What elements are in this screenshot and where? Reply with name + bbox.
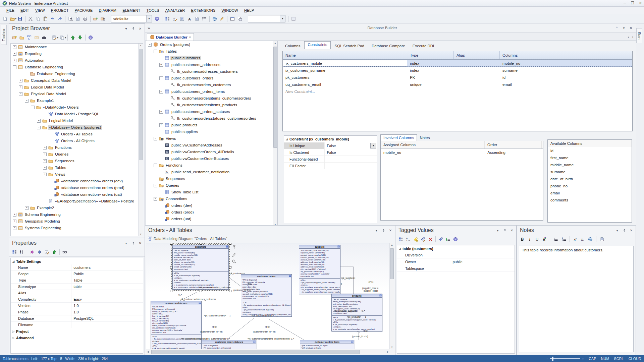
constraint-cell[interactable]: unique — [407, 81, 454, 88]
er-table-customers[interactable]: customers*PK id: bigserialfirst_name: va… — [172, 245, 229, 290]
tree-item[interactable]: Orders - All Objects — [11, 137, 143, 144]
expander-icon[interactable]: + — [43, 153, 47, 156]
available-column-item[interactable]: comments — [548, 196, 632, 203]
zoom-out-icon[interactable]: − — [546, 357, 548, 361]
tree-item[interactable]: Show Table List — [146, 189, 277, 195]
expander-icon[interactable]: + — [43, 173, 47, 176]
menu-package[interactable]: PACKAGE — [72, 7, 96, 13]
available-column-item[interactable]: date_of_birth — [548, 175, 632, 182]
expander-icon[interactable]: + — [13, 45, 16, 49]
tree-item[interactable]: −Tables — [146, 48, 277, 55]
select-tool-button[interactable] — [231, 245, 237, 250]
detail-row[interactable]: Functional-based — [284, 156, 377, 163]
menu-edit[interactable]: EDIT — [17, 7, 32, 13]
tree-item[interactable]: +Systems Engineering — [11, 225, 143, 231]
superscript-button[interactable]: x² — [572, 236, 579, 243]
arrow-down-button[interactable] — [76, 34, 84, 41]
expander-icon[interactable]: − — [159, 63, 163, 67]
expand-triangle-icon[interactable]: ▷ — [11, 336, 16, 340]
expander-icon[interactable]: − — [159, 76, 163, 80]
tree-item[interactable]: orders (uat) — [146, 216, 277, 222]
expander-icon[interactable]: + — [37, 119, 41, 123]
constraint-cell[interactable]: ix_customers_mobile — [283, 60, 407, 66]
tree-item[interactable]: +Schema Engineering — [11, 211, 143, 218]
available-column-item[interactable]: surname — [548, 168, 632, 175]
resize-handle[interactable] — [229, 290, 231, 292]
tree-item[interactable]: orders (dev) — [146, 202, 277, 209]
menu-analyzer[interactable]: ANALYZER — [162, 7, 188, 13]
constraint-cell[interactable]: PK — [407, 74, 454, 81]
expander-icon[interactable]: + — [13, 220, 16, 223]
minimize-button[interactable]: ─ — [624, 1, 626, 5]
diamond-pink-button[interactable] — [29, 248, 36, 256]
tree-item[interactable]: «database connection» orders (uat) — [11, 191, 143, 198]
scroll-up-icon[interactable]: ▲ — [391, 243, 393, 247]
tree-item[interactable]: fk_customersordersstatuses_customersorde… — [146, 115, 277, 122]
close-icon[interactable]: ✕ — [138, 26, 143, 31]
expander-icon[interactable]: + — [159, 123, 163, 127]
pin-icon[interactable] — [502, 228, 507, 233]
quicklink-tool-button[interactable] — [231, 252, 237, 257]
scroll-down-icon[interactable]: ▼ — [391, 345, 393, 349]
expander-icon[interactable]: + — [13, 52, 16, 56]
chevron-down-icon[interactable]: ▾ — [65, 36, 66, 39]
expander-icon[interactable]: − — [159, 110, 163, 114]
property-row[interactable]: DatabasePostgreSQL — [11, 315, 143, 322]
scrollbar-thumb[interactable] — [139, 49, 143, 160]
expand-triangle-icon[interactable]: ▷ — [11, 330, 16, 333]
expander-icon[interactable]: − — [154, 164, 157, 167]
constraint-cell[interactable]: index — [407, 60, 454, 67]
diamond-blue-button[interactable] — [36, 248, 43, 256]
resize-handle[interactable] — [170, 266, 172, 268]
expander-icon[interactable]: − — [159, 90, 163, 94]
note-edit-button[interactable] — [171, 15, 178, 22]
tree-item[interactable]: −Database Engineering — [11, 64, 143, 70]
dock-collapse-button[interactable]: » — [148, 25, 150, 31]
tree-item[interactable]: fk_customersaddresses_customers — [146, 68, 277, 75]
diagram-new-button[interactable] — [25, 34, 33, 41]
chevron-down-icon[interactable]: ▼ — [146, 15, 152, 22]
property-row[interactable]: Filename — [11, 322, 143, 328]
tree-item[interactable]: public.vwCustomerAddresses — [146, 142, 277, 148]
tree-item[interactable]: orders (prod) — [146, 209, 277, 216]
tree-item[interactable]: −Views — [146, 135, 277, 142]
tree-item[interactable]: −«DataModel» Orders — [11, 104, 143, 111]
glasses-button[interactable] — [61, 248, 68, 256]
expander-icon[interactable]: − — [37, 126, 41, 129]
tree-item[interactable]: +Reporting — [11, 50, 143, 57]
tree-item[interactable]: −Physical Data Model — [11, 90, 143, 97]
detail-row[interactable]: Is UniqueFalse▼ — [284, 142, 377, 149]
tree-item[interactable]: fk_customersordersitems_customersorders — [146, 95, 277, 102]
collapse-triangle-icon[interactable]: ◢ — [397, 247, 402, 250]
constraint-cell[interactable] — [454, 81, 500, 88]
constraint-cell[interactable] — [454, 74, 500, 81]
pin-icon[interactable] — [381, 228, 386, 233]
bold-button[interactable]: B — [519, 236, 526, 243]
status-toggle-num[interactable]: NUM — [601, 357, 609, 361]
property-row[interactable]: ScopePublic — [11, 271, 143, 277]
constraint-cell[interactable]: uq_customers_email — [283, 81, 407, 88]
column-header-assigned-columns[interactable]: Assigned Columns — [381, 141, 485, 148]
search-doc-button[interactable] — [67, 15, 74, 22]
maximize-button[interactable]: ❒ — [631, 1, 634, 5]
tree-item[interactable]: fk_customersorders_customers — [146, 81, 277, 88]
tab-involved-columns[interactable]: Involved Columns — [380, 134, 417, 141]
package-star-button[interactable] — [11, 34, 18, 41]
diagram-hscrollbar[interactable]: ◀ ▶ — [146, 349, 390, 354]
tree-item[interactable]: +Functions — [11, 144, 143, 151]
properties-section[interactable]: ▷Project — [11, 328, 143, 335]
available-column-item[interactable]: first_name — [548, 154, 632, 161]
er-table-customers_addresses[interactable]: customers addresses*PK id: serialFK cust… — [151, 301, 202, 350]
tree-item[interactable]: −public.customers_orders_items — [146, 88, 277, 95]
menu-project[interactable]: PROJECT — [48, 7, 72, 13]
expander-icon[interactable]: + — [25, 206, 29, 210]
tree-item[interactable]: Database Engineering — [11, 70, 143, 77]
er-table-products[interactable]: products*PK id: bigserialshort_descripti… — [331, 294, 382, 331]
chevron-down-icon[interactable]: ▾ — [495, 228, 500, 233]
tree-item[interactable]: «EAReportSpecification» «Database» Postg… — [11, 198, 143, 204]
tree-item[interactable]: «database connection» orders (prod) — [11, 184, 143, 191]
column-header-order[interactable]: Order — [485, 141, 542, 148]
chevron-down-icon[interactable]: ▾ — [374, 228, 379, 233]
tree-item[interactable]: +Automation — [11, 57, 143, 64]
detail-row[interactable]: Fill Factor — [284, 163, 377, 169]
